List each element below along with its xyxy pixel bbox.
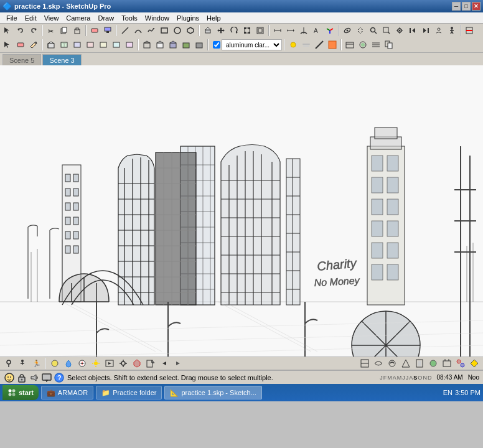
- tool-zoom[interactable]: [367, 24, 380, 37]
- status-icon-face[interactable]: [4, 372, 15, 383]
- bt-ruby[interactable]: [131, 357, 143, 370]
- tool-polygon[interactable]: [184, 24, 197, 37]
- btr-9[interactable]: [468, 357, 481, 370]
- menu-tools[interactable]: Tools: [118, 13, 141, 23]
- tool-walk[interactable]: [446, 24, 458, 37]
- minimize-button[interactable]: ─: [452, 2, 461, 11]
- taskbar-armaor[interactable]: 💼 ARMAOR: [41, 386, 93, 399]
- bt-compass[interactable]: [76, 357, 88, 370]
- menu-help[interactable]: Help: [203, 13, 225, 23]
- tool-select[interactable]: [1, 24, 14, 37]
- layers-panel[interactable]: [370, 39, 382, 51]
- tool-zoom-extents[interactable]: [393, 24, 406, 37]
- bt-sphere[interactable]: [49, 357, 61, 370]
- tool-pushpull[interactable]: [202, 24, 214, 37]
- shadows-toggle[interactable]: [287, 39, 299, 51]
- tool-scale[interactable]: [241, 24, 253, 37]
- btr-7[interactable]: [441, 357, 453, 370]
- start-button[interactable]: start: [2, 385, 39, 400]
- tool-redo[interactable]: [27, 24, 40, 37]
- bt-look[interactable]: [2, 357, 15, 370]
- btr-2[interactable]: [372, 357, 385, 370]
- tool-paint2[interactable]: [27, 39, 40, 51]
- style-monochrome[interactable]: [193, 39, 205, 51]
- view-iso[interactable]: [45, 39, 57, 51]
- bt-run[interactable]: 🏃: [30, 357, 42, 370]
- components-browser[interactable]: [344, 39, 356, 51]
- tool-orbit[interactable]: [341, 24, 354, 37]
- bt-sun[interactable]: [90, 357, 102, 370]
- menu-camera[interactable]: Camera: [62, 13, 94, 23]
- tool-copy[interactable]: [58, 24, 70, 37]
- tool-eraser2[interactable]: [14, 39, 27, 51]
- btr-6[interactable]: [427, 357, 439, 370]
- status-icon-monitor[interactable]: [41, 372, 52, 383]
- tool-axes[interactable]: [324, 24, 336, 37]
- btr-8[interactable]: [454, 357, 467, 370]
- tool-dimension[interactable]: [284, 24, 297, 37]
- canvas-area[interactable]: Charity No Money: [0, 65, 483, 357]
- style-hidden[interactable]: [154, 39, 166, 51]
- btr-3[interactable]: [386, 357, 398, 370]
- menu-window[interactable]: Window: [141, 13, 173, 23]
- tool-rectangle[interactable]: [158, 24, 171, 37]
- style-shaded[interactable]: [167, 39, 179, 51]
- materials-browser[interactable]: [357, 39, 369, 51]
- taskbar-sketchup[interactable]: 📐 practice 1.skp - Sketch...: [164, 386, 261, 399]
- maximize-button[interactable]: □: [462, 2, 471, 11]
- status-icon-question[interactable]: ?: [54, 372, 65, 383]
- bt-drop[interactable]: [62, 357, 75, 370]
- view-right[interactable]: [84, 39, 96, 51]
- scenes-panel[interactable]: [383, 39, 395, 51]
- tool-paint[interactable]: [101, 24, 114, 37]
- fog-toggle[interactable]: [300, 39, 312, 51]
- tool-line[interactable]: [119, 24, 131, 37]
- tool-arc[interactable]: [132, 24, 144, 37]
- tool-circle[interactable]: [171, 24, 184, 37]
- bt-walk2[interactable]: [16, 357, 29, 370]
- style-checkbox[interactable]: [213, 41, 220, 49]
- view-front[interactable]: [71, 39, 83, 51]
- edge-style[interactable]: [313, 39, 326, 51]
- bt-nav3[interactable]: [172, 357, 184, 370]
- scene-tab-3[interactable]: Scene 3: [42, 54, 81, 65]
- tool-next-view[interactable]: [420, 24, 432, 37]
- tool-move[interactable]: [215, 24, 227, 37]
- style-wire[interactable]: [141, 39, 153, 51]
- tool-offset[interactable]: [254, 24, 266, 37]
- tool-cut[interactable]: ✂: [45, 24, 57, 37]
- taskbar-practice-folder[interactable]: 📁 Practice folder: [96, 386, 162, 399]
- menu-file[interactable]: File: [2, 13, 21, 23]
- tool-position-camera[interactable]: [433, 24, 445, 37]
- tool-protractor[interactable]: [298, 24, 310, 37]
- tool-prev-view[interactable]: [406, 24, 419, 37]
- btr-4[interactable]: [400, 357, 412, 370]
- tool-section[interactable]: [463, 24, 476, 37]
- menu-edit[interactable]: Edit: [21, 13, 40, 23]
- tool-freehand[interactable]: [145, 24, 157, 37]
- view-top[interactable]: ⊤: [58, 39, 70, 51]
- bt-anim-frame[interactable]: [103, 357, 116, 370]
- tool-pan[interactable]: [354, 24, 367, 37]
- view-bottom[interactable]: [123, 39, 136, 51]
- view-back[interactable]: [97, 39, 110, 51]
- tool-erase[interactable]: [88, 24, 101, 37]
- style-textured[interactable]: [180, 39, 192, 51]
- tool-tape[interactable]: [271, 24, 284, 37]
- tool-zoom-window[interactable]: [380, 24, 393, 37]
- view-left[interactable]: [110, 39, 123, 51]
- status-icon-speaker[interactable]: [29, 372, 40, 383]
- menu-view[interactable]: View: [40, 13, 63, 23]
- bt-nav2[interactable]: [158, 357, 171, 370]
- bt-settings[interactable]: [117, 357, 129, 370]
- btr-1[interactable]: [359, 357, 371, 370]
- tool-text[interactable]: A: [311, 24, 323, 37]
- face-style2[interactable]: [326, 39, 339, 51]
- tool-undo[interactable]: [14, 24, 27, 37]
- close-button[interactable]: ✕: [472, 2, 481, 11]
- style-select[interactable]: aluminum clar...: [222, 39, 282, 50]
- menu-plugins[interactable]: Plugins: [173, 13, 203, 23]
- menu-draw[interactable]: Draw: [94, 13, 118, 23]
- tool-paste[interactable]: [71, 24, 83, 37]
- status-icon-lock[interactable]: [16, 372, 27, 383]
